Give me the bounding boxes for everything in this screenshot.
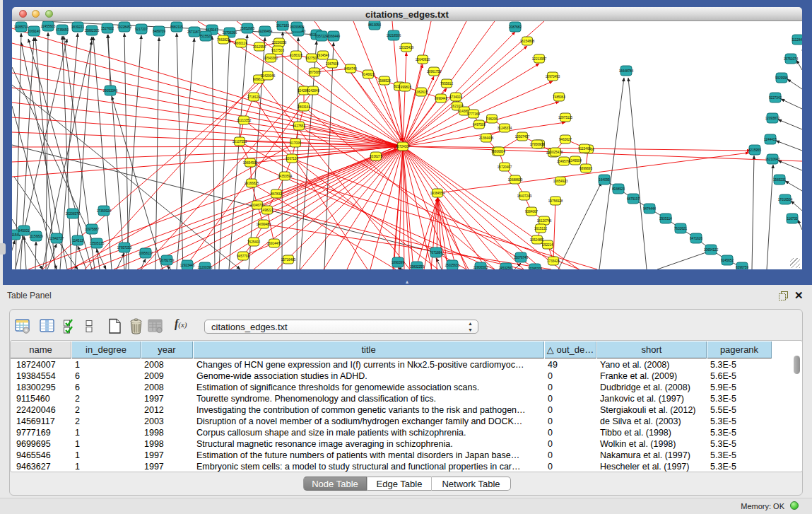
svg-text:20206576: 20206576	[66, 212, 81, 216]
svg-text:15720407: 15720407	[498, 165, 512, 169]
svg-text:21364436: 21364436	[479, 136, 494, 140]
svg-text:7955812: 7955812	[440, 82, 453, 86]
svg-text:8489709: 8489709	[153, 30, 165, 33]
svg-text:25882305: 25882305	[85, 29, 100, 33]
svg-text:7515526: 7515526	[199, 35, 212, 38]
svg-text:8813054: 8813054	[368, 23, 381, 27]
svg-text:1588520: 1588520	[378, 79, 391, 83]
svg-text:17016504: 17016504	[778, 198, 793, 201]
svg-text:114513: 114513	[73, 239, 83, 243]
svg-text:10107553: 10107553	[233, 140, 247, 144]
svg-text:14099489: 14099489	[257, 223, 271, 226]
svg-text:16782759: 16782759	[160, 259, 175, 262]
svg-text:1890399: 1890399	[392, 261, 404, 264]
svg-text:10228452: 10228452	[117, 25, 132, 29]
svg-text:7671884: 7671884	[430, 251, 442, 255]
svg-text:19285201: 19285201	[528, 267, 543, 269]
svg-text:3912954: 3912954	[253, 45, 266, 49]
svg-text:16210643: 16210643	[765, 158, 780, 161]
svg-text:12093872: 12093872	[765, 117, 780, 120]
svg-text:10973493: 10973493	[546, 75, 560, 78]
svg-text:31245374: 31245374	[498, 127, 512, 130]
svg-text:9217207: 9217207	[135, 28, 148, 31]
svg-text:1615132: 1615132	[534, 227, 547, 230]
svg-text:17957253: 17957253	[117, 246, 132, 250]
svg-text:16033809: 16033809	[290, 25, 305, 29]
svg-text:14055714: 14055714	[14, 25, 29, 29]
svg-text:22806503: 22806503	[473, 266, 488, 269]
svg-text:9227342: 9227342	[769, 96, 782, 100]
svg-text:1999828: 1999828	[399, 86, 411, 89]
svg-text:9146821: 9146821	[362, 73, 375, 76]
svg-text:3215955: 3215955	[748, 148, 761, 152]
svg-text:9327503: 9327503	[271, 49, 284, 52]
svg-text:7485063: 7485063	[553, 95, 565, 99]
svg-text:17956909: 17956909	[530, 143, 545, 146]
svg-text:18407249: 18407249	[517, 194, 532, 198]
svg-text:10975887: 10975887	[85, 228, 100, 231]
svg-text:19166825: 19166825	[245, 182, 259, 185]
svg-text:8660124: 8660124	[235, 42, 247, 45]
svg-text:23706266: 23706266	[223, 31, 237, 35]
svg-text:8990443: 8990443	[435, 97, 447, 100]
svg-text:6497508: 6497508	[473, 123, 486, 127]
svg-text:10507457: 10507457	[515, 135, 530, 139]
svg-text:1569231: 1569231	[773, 178, 786, 182]
svg-text:12942737: 12942737	[49, 237, 64, 240]
svg-text:2066449: 2066449	[327, 35, 340, 38]
svg-text:29053346: 29053346	[103, 89, 118, 93]
svg-text:15076749: 15076749	[514, 256, 529, 259]
svg-text:19654932: 19654932	[243, 161, 258, 165]
svg-text:19756928: 19756928	[548, 199, 563, 203]
svg-text:16961758: 16961758	[427, 70, 442, 74]
svg-text:2367608: 2367608	[326, 62, 339, 66]
svg-text:8396759: 8396759	[736, 266, 748, 269]
svg-text:10688609: 10688609	[508, 178, 523, 182]
svg-text:7357224: 7357224	[315, 35, 328, 38]
svg-text:8454749: 8454749	[344, 67, 357, 71]
svg-text:23420046: 23420046	[261, 74, 276, 78]
svg-text:1498222: 1498222	[261, 209, 273, 212]
svg-text:22455603: 22455603	[41, 25, 56, 28]
svg-text:19384554: 19384554	[430, 192, 445, 195]
svg-text:1112843: 1112843	[792, 38, 802, 42]
svg-text:9777169: 9777169	[467, 112, 480, 116]
svg-text:8186328: 8186328	[290, 54, 302, 57]
svg-text:6899695: 6899695	[579, 167, 592, 170]
svg-text:9242848: 9242848	[307, 89, 319, 93]
svg-text:9427552: 9427552	[293, 124, 305, 128]
svg-text:9457791: 9457791	[237, 255, 249, 258]
svg-text:3267130: 3267130	[286, 157, 298, 160]
svg-text:2718120: 2718120	[247, 95, 260, 99]
svg-text:6734024: 6734024	[449, 95, 462, 99]
svg-text:21200396: 21200396	[198, 266, 213, 269]
svg-text:23226058: 23226058	[272, 41, 287, 45]
svg-text:1527602: 1527602	[101, 27, 114, 30]
svg-text:164095: 164095	[599, 178, 610, 182]
svg-text:9474444: 9474444	[643, 207, 656, 211]
svg-text:19832259: 19832259	[410, 265, 425, 269]
svg-text:24532561: 24532561	[499, 267, 514, 269]
svg-text:17359924: 17359924	[97, 209, 112, 213]
svg-text:15640910: 15640910	[416, 58, 430, 62]
svg-text:18724007: 18724007	[396, 145, 411, 148]
svg-text:9115460: 9115460	[578, 147, 591, 151]
svg-text:3875685: 3875685	[308, 71, 321, 74]
svg-text:417006: 417006	[290, 141, 301, 145]
svg-text:1362615: 1362615	[415, 90, 428, 94]
svg-text:2087682: 2087682	[509, 25, 522, 29]
svg-text:12923446: 12923446	[180, 264, 195, 267]
svg-text:845001: 845001	[18, 229, 30, 233]
svg-text:16120746: 16120746	[537, 219, 552, 223]
svg-text:8471626: 8471626	[690, 237, 702, 240]
svg-text:16914479: 16914479	[267, 242, 282, 245]
svg-text:19299464: 19299464	[258, 30, 273, 33]
svg-text:13325419: 13325419	[399, 46, 414, 49]
svg-text:12213352: 12213352	[237, 119, 252, 122]
svg-text:15751074: 15751074	[784, 57, 799, 61]
svg-text:5682115: 5682115	[170, 25, 183, 29]
svg-text:25025631: 25025631	[445, 264, 460, 267]
svg-text:8336273: 8336273	[370, 155, 382, 158]
svg-text:12975115: 12975115	[558, 116, 573, 119]
svg-text:13505135: 13505135	[90, 242, 105, 245]
